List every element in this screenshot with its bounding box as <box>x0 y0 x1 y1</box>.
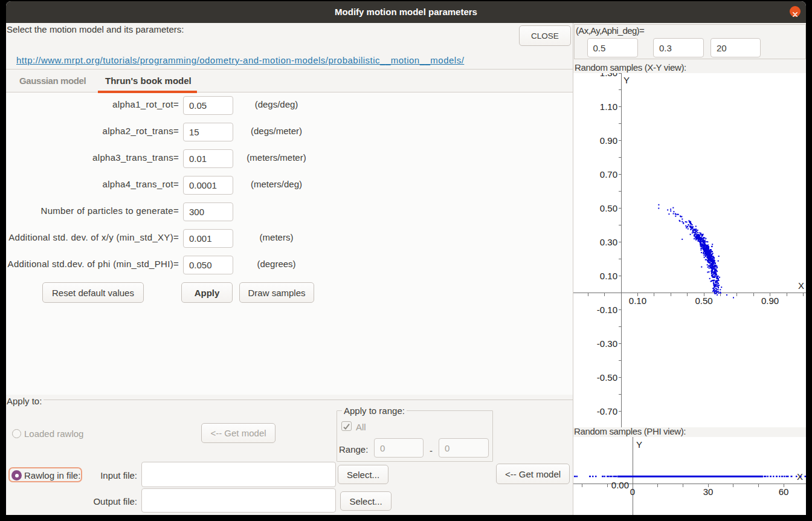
svg-text:-0.10: -0.10 <box>597 305 617 315</box>
svg-text:0.90: 0.90 <box>761 296 779 306</box>
svg-text:0.50: 0.50 <box>600 203 617 213</box>
svg-text:0.10: 0.10 <box>629 296 646 306</box>
svg-text:60: 60 <box>779 487 789 497</box>
svg-text:-0.50: -0.50 <box>597 372 617 383</box>
svg-text:Y: Y <box>636 439 642 450</box>
svg-text:0.30: 0.30 <box>600 237 617 247</box>
svg-text:1.30: 1.30 <box>600 73 617 78</box>
svg-text:30: 30 <box>703 487 714 497</box>
svg-text:-0.30: -0.30 <box>597 338 617 349</box>
svg-text:0.10: 0.10 <box>600 271 617 281</box>
svg-text:0.70: 0.70 <box>600 169 617 180</box>
svg-text:1.10: 1.10 <box>600 102 617 112</box>
svg-text:0.90: 0.90 <box>600 135 617 146</box>
svg-text:0: 0 <box>630 487 635 497</box>
svg-text:0.50: 0.50 <box>695 296 712 306</box>
svg-text:-0.70: -0.70 <box>597 406 617 416</box>
svg-text:Y: Y <box>624 75 630 85</box>
svg-text:X: X <box>798 280 804 291</box>
svg-text:0.00: 0.00 <box>611 480 629 490</box>
